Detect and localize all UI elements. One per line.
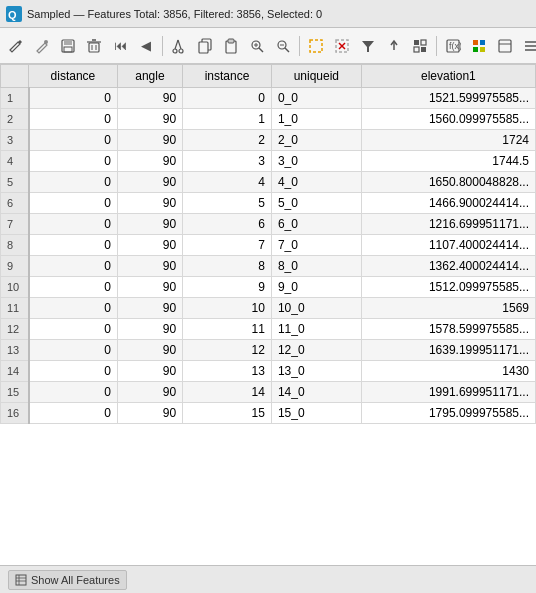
cell-distance: 0: [29, 340, 118, 361]
cell-elevation1: 1466.900024414...: [361, 193, 535, 214]
table-row[interactable]: 140901313_01430: [1, 361, 536, 382]
cell-distance: 0: [29, 382, 118, 403]
cell-instance: 0: [183, 88, 272, 109]
row-number: 8: [1, 235, 29, 256]
move-top-button[interactable]: ⏮: [108, 34, 132, 58]
toggle-edit-button[interactable]: [30, 34, 54, 58]
cell-uniqueid: 6_0: [271, 214, 361, 235]
row-number: 16: [1, 403, 29, 424]
title-bar-text: Sampled — Features Total: 3856, Filtered…: [27, 8, 322, 20]
col-instance[interactable]: instance: [183, 65, 272, 88]
col-angle[interactable]: angle: [117, 65, 182, 88]
cell-angle: 90: [117, 88, 182, 109]
table-row[interactable]: 120901111_01578.599975585...: [1, 319, 536, 340]
cell-angle: 90: [117, 382, 182, 403]
conditional-format-button[interactable]: [467, 34, 491, 58]
field-calculator-button[interactable]: f(x): [441, 34, 465, 58]
cell-elevation1: 1650.800048828...: [361, 172, 535, 193]
svg-point-2: [44, 40, 48, 44]
cell-angle: 90: [117, 151, 182, 172]
pan-map-button[interactable]: [271, 34, 295, 58]
table-row[interactable]: 309022_01724: [1, 130, 536, 151]
cell-distance: 0: [29, 277, 118, 298]
svg-rect-40: [473, 47, 478, 52]
table-row[interactable]: 209011_01560.099975585...: [1, 109, 536, 130]
cell-instance: 12: [183, 340, 272, 361]
col-elevation1[interactable]: elevation1: [361, 65, 535, 88]
row-number: 2: [1, 109, 29, 130]
separator-3: [436, 36, 437, 56]
cell-instance: 1: [183, 109, 272, 130]
cell-instance: 13: [183, 361, 272, 382]
cell-angle: 90: [117, 298, 182, 319]
table-row[interactable]: 110901010_01569: [1, 298, 536, 319]
show-all-features-button[interactable]: Show All Features: [8, 570, 127, 590]
table-row[interactable]: 409033_01744.5: [1, 151, 536, 172]
cell-elevation1: 1795.099975585...: [361, 403, 535, 424]
cut-button[interactable]: [167, 34, 191, 58]
svg-point-11: [173, 49, 177, 53]
delete-row-button[interactable]: [82, 34, 106, 58]
filter-button[interactable]: [356, 34, 380, 58]
table-row[interactable]: 130901212_01639.199951171...: [1, 340, 536, 361]
svg-point-12: [179, 49, 183, 53]
cell-distance: 0: [29, 298, 118, 319]
table-row[interactable]: 160901515_01795.099975585...: [1, 403, 536, 424]
table-row[interactable]: 509044_01650.800048828...: [1, 172, 536, 193]
format-icon: [471, 38, 487, 54]
table-row[interactable]: 809077_01107.400024414...: [1, 235, 536, 256]
zoom-map-button[interactable]: [245, 34, 269, 58]
toolbar: ⏮ ◀: [0, 28, 536, 64]
select-features-button[interactable]: [304, 34, 328, 58]
cell-distance: 0: [29, 403, 118, 424]
cell-uniqueid: 13_0: [271, 361, 361, 382]
col-uniqueid[interactable]: uniqueid: [271, 65, 361, 88]
table-row[interactable]: 609055_01466.900024414...: [1, 193, 536, 214]
show-all-label: Show All Features: [31, 574, 120, 586]
cell-uniqueid: 8_0: [271, 256, 361, 277]
deselect-button[interactable]: [330, 34, 354, 58]
edit-icon: [8, 38, 24, 54]
svg-rect-49: [16, 575, 26, 585]
move-selected-top-button[interactable]: [382, 34, 406, 58]
table-row[interactable]: 109000_01521.599975585...: [1, 88, 536, 109]
copy-button[interactable]: [193, 34, 217, 58]
cell-distance: 0: [29, 193, 118, 214]
cell-angle: 90: [117, 319, 182, 340]
separator-1: [162, 36, 163, 56]
cell-angle: 90: [117, 193, 182, 214]
row-number: 15: [1, 382, 29, 403]
cell-distance: 0: [29, 214, 118, 235]
table-row[interactable]: 909088_01362.400024414...: [1, 256, 536, 277]
invert-selection-button[interactable]: [408, 34, 432, 58]
svg-rect-16: [199, 42, 208, 53]
organize-columns-button[interactable]: [519, 34, 536, 58]
move-up-button[interactable]: ◀: [134, 34, 158, 58]
save-icon: [60, 38, 76, 54]
svg-rect-18: [228, 39, 234, 43]
cell-angle: 90: [117, 109, 182, 130]
cell-distance: 0: [29, 88, 118, 109]
save-button[interactable]: [56, 34, 80, 58]
paste-button[interactable]: [219, 34, 243, 58]
row-number: 14: [1, 361, 29, 382]
cell-instance: 10: [183, 298, 272, 319]
dock-undock-button[interactable]: [493, 34, 517, 58]
svg-rect-26: [310, 40, 322, 52]
table-row[interactable]: 709066_01216.699951171...: [1, 214, 536, 235]
row-number: 10: [1, 277, 29, 298]
cell-elevation1: 1521.599975585...: [361, 88, 535, 109]
col-distance[interactable]: distance: [29, 65, 118, 88]
cell-elevation1: 1991.699951171...: [361, 382, 535, 403]
svg-rect-42: [499, 40, 511, 52]
cell-instance: 5: [183, 193, 272, 214]
table-row[interactable]: 150901414_01991.699951171...: [1, 382, 536, 403]
table-header-row: distance angle instance uniqueid elevati…: [1, 65, 536, 88]
table-row[interactable]: 1009099_01512.099975585...: [1, 277, 536, 298]
cell-uniqueid: 4_0: [271, 172, 361, 193]
cell-angle: 90: [117, 403, 182, 424]
edit-button[interactable]: [4, 34, 28, 58]
cell-instance: 3: [183, 151, 272, 172]
cell-uniqueid: 7_0: [271, 235, 361, 256]
filter-icon: [360, 38, 376, 54]
